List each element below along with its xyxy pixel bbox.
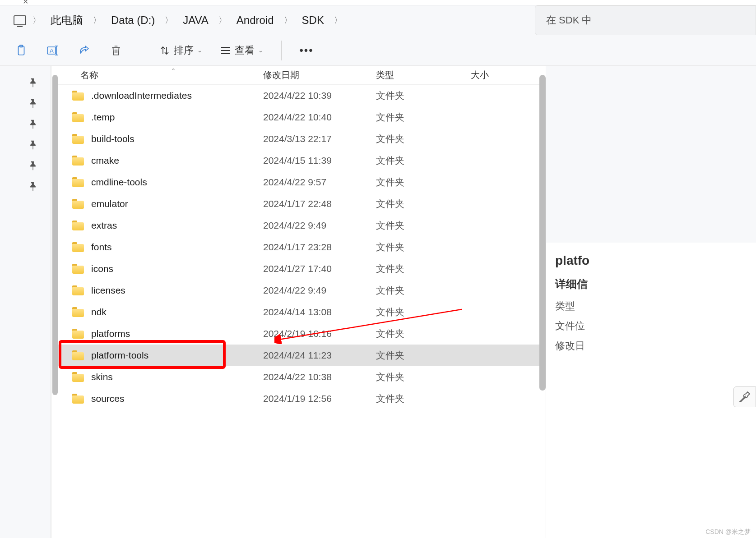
folder-icon [72,112,84,122]
file-name: extras [91,220,117,231]
file-row[interactable]: .temp2024/4/22 10:40文件夹 [58,106,546,128]
svg-text:A: A [50,47,54,54]
pin-icon[interactable] [26,137,40,151]
pin-icon[interactable] [26,178,40,192]
toolbar: A 排序 ⌄ 查看 ⌄ ••• [0,35,756,66]
column-headers[interactable]: 名称 ⌃ 修改日期 类型 大小 [58,66,546,85]
file-date: 2024/3/13 22:17 [263,133,376,144]
breadcrumb-item-sdk[interactable]: SDK [298,11,328,29]
file-type: 文件夹 [376,371,471,383]
file-name-cell: cmake [58,155,263,166]
file-date: 2024/4/22 10:38 [263,372,376,382]
folder-icon [72,372,84,382]
more-options-icon[interactable]: ••• [300,44,313,57]
file-row[interactable]: cmake2024/4/15 11:39文件夹 [58,150,546,171]
column-date[interactable]: 修改日期 [263,69,376,81]
folder-icon [72,177,84,187]
file-row[interactable]: cmdline-tools2024/4/22 9:57文件夹 [58,171,546,193]
file-row[interactable]: icons2024/1/27 17:40文件夹 [58,258,546,280]
folder-icon [72,242,84,252]
file-row[interactable]: .downloadIntermediates2024/4/22 10:39文件夹 [58,85,546,106]
tab-close-icon[interactable]: ✕ [23,0,28,6]
file-type: 文件夹 [376,176,471,189]
file-row[interactable]: sources2024/1/19 12:56文件夹 [58,388,546,409]
clipboard-icon[interactable] [14,44,28,57]
file-name: cmdline-tools [91,177,147,188]
file-row[interactable]: emulator2024/1/17 22:48文件夹 [58,193,546,215]
pin-icon[interactable] [26,116,40,130]
chevron-right-icon: 〉 [331,15,345,26]
file-name-cell: skins [58,372,263,382]
file-name-cell: platform-tools [58,350,263,361]
folder-icon [72,264,84,274]
breadcrumb: 〉 此电脑 〉 Data (D:) 〉 JAVA 〉 Android 〉 SDK… [0,5,756,35]
file-row[interactable]: platform-tools2024/4/24 11:23文件夹 [58,345,546,366]
file-date: 2024/4/14 13:08 [263,307,376,317]
file-row[interactable]: licenses2024/4/22 9:49文件夹 [58,280,546,301]
file-type: 文件夹 [376,219,471,232]
file-date: 2024/4/22 10:40 [263,112,376,123]
details-section-title: 详细信 [555,277,756,291]
file-name: .temp [91,112,115,123]
column-type[interactable]: 类型 [376,69,471,81]
sort-icon [159,45,170,56]
details-row-type: 类型 [555,299,756,313]
share-icon[interactable] [78,44,91,57]
file-name: .downloadIntermediates [91,90,192,101]
breadcrumb-item-computer[interactable]: 此电脑 [47,10,87,30]
search-input[interactable]: 在 SDK 中 [535,5,756,35]
tab-bar: ✕ [0,0,756,5]
pin-icon[interactable] [26,157,40,171]
column-name-label: 名称 [80,70,98,80]
breadcrumb-item-java[interactable]: JAVA [179,11,212,29]
column-size[interactable]: 大小 [471,69,538,81]
scrollbar[interactable] [52,75,58,395]
chevron-right-icon: 〉 [281,15,295,26]
file-type: 文件夹 [376,306,471,318]
folder-icon [72,394,84,404]
file-row[interactable]: build-tools2024/3/13 22:17文件夹 [58,128,546,150]
quick-access-sidebar [0,66,51,538]
file-row[interactable]: fonts2024/1/17 23:28文件夹 [58,236,546,258]
chevron-right-icon: 〉 [162,15,176,26]
delete-icon[interactable] [109,44,123,57]
rename-icon[interactable]: A [46,44,60,57]
file-type: 文件夹 [376,349,471,362]
file-type: 文件夹 [376,392,471,405]
folder-icon [72,199,84,209]
file-name: skins [91,372,113,382]
toolbar-divider [141,41,141,60]
file-name: platform-tools [91,350,148,361]
computer-icon[interactable] [14,15,26,25]
file-type: 文件夹 [376,111,471,124]
file-name: licenses [91,285,125,296]
scrollbar[interactable] [539,75,546,391]
file-name: ndk [91,307,107,317]
folder-icon [72,329,84,339]
sort-button[interactable]: 排序 ⌄ [159,44,202,57]
file-row[interactable]: extras2024/4/22 9:49文件夹 [58,215,546,236]
file-date: 2024/4/22 9:49 [263,220,376,231]
breadcrumb-item-android[interactable]: Android [233,11,278,29]
file-name-cell: ndk [58,307,263,317]
file-name-cell: sources [58,393,263,404]
file-name-cell: icons [58,263,263,274]
view-button[interactable]: 查看 ⌄ [220,44,263,57]
file-date: 2024/4/22 9:57 [263,177,376,188]
breadcrumb-item-drive[interactable]: Data (D:) [107,11,158,29]
file-row[interactable]: skins2024/4/22 10:38文件夹 [58,366,546,388]
properties-button[interactable] [733,386,756,407]
list-view-icon [220,46,231,55]
file-date: 2024/1/27 17:40 [263,263,376,274]
details-title: platfo [555,253,756,268]
folder-icon [72,221,84,230]
file-date: 2024/1/17 23:28 [263,242,376,253]
file-row[interactable]: platforms2024/2/19 16:16文件夹 [58,323,546,345]
pin-icon[interactable] [26,74,40,88]
file-type: 文件夹 [376,241,471,253]
file-name-cell: .temp [58,112,263,123]
file-type: 文件夹 [376,133,471,145]
pin-icon[interactable] [26,95,40,109]
file-row[interactable]: ndk2024/4/14 13:08文件夹 [58,301,546,323]
column-name[interactable]: 名称 ⌃ [58,69,263,81]
